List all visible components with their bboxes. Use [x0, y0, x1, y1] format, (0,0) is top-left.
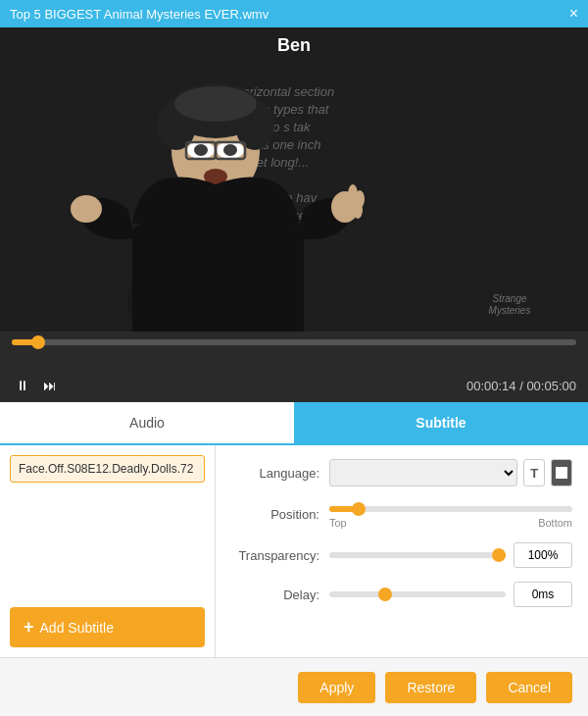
delay-row: Delay: 0ms — [231, 582, 572, 607]
apply-button[interactable]: Apply — [298, 672, 375, 703]
language-label: Language: — [231, 466, 319, 481]
current-time: 00:00:14 — [466, 379, 516, 393]
cancel-button[interactable]: Cancel — [486, 672, 572, 703]
add-subtitle-button[interactable]: + Add Subtitle — [10, 607, 205, 647]
time-display: 00:00:14 / 00:05:00 — [466, 379, 576, 393]
video-content: horizontal section flange types that is … — [0, 27, 588, 332]
video-overlay-title: Ben — [0, 35, 588, 56]
right-panel: Language: T Position: Top Bottom — [216, 445, 588, 657]
language-control: T — [329, 459, 572, 486]
bg-icon — [556, 467, 567, 479]
tab-subtitle[interactable]: Subtitle — [294, 402, 588, 443]
transparency-control: 100% — [329, 542, 572, 568]
language-row: Language: T — [231, 459, 572, 486]
delay-value-input[interactable]: 0ms — [514, 582, 572, 607]
svg-point-23 — [223, 144, 237, 156]
svg-point-22 — [194, 144, 208, 156]
text-style-button[interactable]: T — [523, 459, 545, 486]
position-label: Position: — [231, 507, 319, 522]
progress-track[interactable] — [12, 339, 576, 345]
transparency-spinner: 100% — [514, 542, 572, 568]
transparency-value-input[interactable]: 100% — [514, 542, 572, 568]
video-frame: horizontal section flange types that is … — [0, 27, 588, 332]
svg-point-29 — [71, 195, 102, 223]
delay-label: Delay: — [231, 588, 319, 602]
add-icon: + — [24, 617, 34, 638]
bottom-bar: Apply Restore Cancel — [0, 657, 588, 716]
svg-rect-13 — [132, 224, 304, 332]
tab-audio[interactable]: Audio — [0, 402, 294, 443]
restore-button[interactable]: Restore — [385, 672, 476, 703]
left-panel: Face.Off.S08E12.Deadly.Dolls.72 + Add Su… — [0, 445, 216, 657]
progress-thumb[interactable] — [31, 335, 45, 349]
svg-text:Strange: Strange — [492, 293, 526, 304]
transparency-label: Transparency: — [231, 548, 319, 563]
close-button[interactable]: × — [569, 6, 578, 22]
total-time: 00:05:00 — [526, 379, 576, 393]
add-subtitle-label: Add Subtitle — [40, 620, 115, 636]
next-button[interactable]: ⏭ — [39, 376, 61, 395]
svg-point-19 — [174, 86, 257, 122]
controls-bar: ⏸ ⏭ 00:00:14 / 00:05:00 — [0, 369, 588, 402]
transparency-slider[interactable] — [329, 552, 506, 558]
delay-control: 0ms — [329, 582, 572, 607]
title-bar: Top 5 BIGGEST Animal Mysteries EVER.wmv … — [0, 0, 588, 27]
position-bottom-label: Bottom — [538, 517, 572, 529]
audio-file-list: Face.Off.S08E12.Deadly.Dolls.72 — [10, 455, 205, 593]
play-pause-button[interactable]: ⏸ — [12, 376, 33, 395]
delay-slider[interactable] — [329, 591, 506, 597]
language-select[interactable] — [329, 459, 517, 486]
tabs-bar: Audio Subtitle — [0, 402, 588, 445]
progress-area — [0, 332, 588, 369]
audio-file-item[interactable]: Face.Off.S08E12.Deadly.Dolls.72 — [10, 455, 205, 483]
position-labels: Top Bottom — [329, 517, 572, 529]
position-control: Top Bottom — [329, 500, 572, 529]
video-player: Ben horizontal section flange types that… — [0, 27, 588, 332]
position-top-label: Top — [329, 517, 347, 529]
svg-text:Mysteries: Mysteries — [489, 305, 531, 316]
delay-spinner: 0ms — [514, 582, 572, 607]
position-row: Position: Top Bottom — [231, 500, 572, 529]
bg-style-button[interactable] — [551, 459, 572, 486]
position-slider[interactable] — [329, 506, 572, 512]
svg-point-33 — [353, 201, 363, 219]
main-content: Face.Off.S08E12.Deadly.Dolls.72 + Add Su… — [0, 445, 588, 657]
window-title: Top 5 BIGGEST Animal Mysteries EVER.wmv — [10, 7, 269, 22]
transparency-row: Transparency: 100% — [231, 542, 572, 568]
